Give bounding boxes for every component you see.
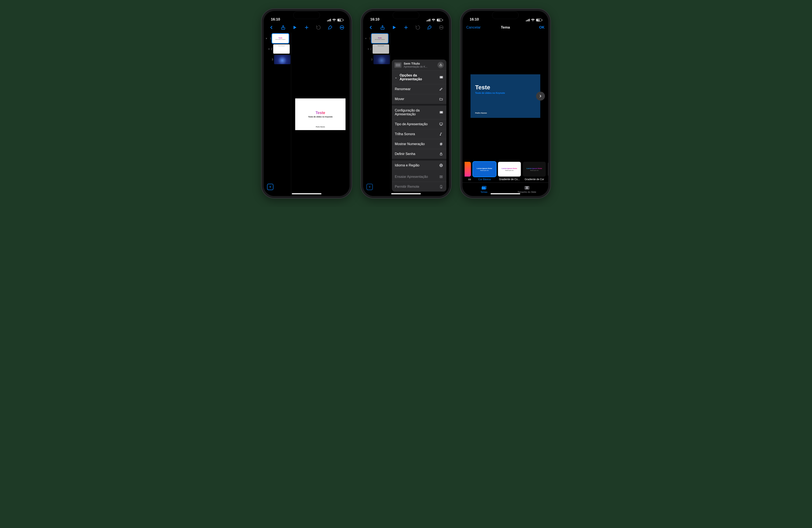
chevron-down-icon: ⌄ <box>395 76 397 79</box>
home-indicator[interactable] <box>292 193 321 194</box>
next-preview-button[interactable] <box>536 92 545 101</box>
ok-button[interactable]: OK <box>539 25 545 30</box>
dynamic-island <box>492 11 519 19</box>
menu-config[interactable]: Configuração da Apresentação <box>392 104 446 119</box>
svg-point-21 <box>440 27 441 28</box>
popover-header: Sem Título Apresentação do K... <box>392 60 446 70</box>
slide-thumbnail-3[interactable]: 3 <box>265 55 290 64</box>
svg-rect-36 <box>440 154 442 155</box>
play-button[interactable] <box>290 23 300 32</box>
theme-preview-area[interactable]: Teste Teste de slides no Keynote Pedro N… <box>462 32 548 160</box>
slide-content[interactable]: Teste Teste de slides no Keynote Pedro N… <box>295 99 346 130</box>
undo-button[interactable] <box>413 23 422 32</box>
slide-canvas[interactable]: Teste Teste de slides no Keynote Pedro N… <box>291 32 350 196</box>
presentation-options-header[interactable]: ⌄ Opções da Apresentação <box>392 70 446 84</box>
cancel-button[interactable]: Cancelar <box>466 25 481 30</box>
menu-rehearse[interactable]: Ensaiar Apresentação <box>392 170 446 182</box>
back-button[interactable] <box>267 23 276 32</box>
back-button[interactable] <box>366 23 375 32</box>
svg-rect-28 <box>440 112 442 113</box>
menu-soundtrack[interactable]: Trilha Sonora <box>392 129 446 139</box>
format-brush-button[interactable] <box>325 23 335 32</box>
modal-title: Tema <box>501 25 510 30</box>
svg-rect-44 <box>526 20 526 21</box>
theme-item-cor-basica[interactable]: Lorem Ipsum DolorNevel quis nim Cor Bási… <box>473 162 496 181</box>
theme-item-gradiente-cor-1[interactable]: Lorem Ipsum DolorNevel quis nim Gradient… <box>498 162 521 181</box>
status-time: 16:10 <box>271 17 280 21</box>
wifi-icon <box>432 19 435 21</box>
svg-point-23 <box>442 27 443 28</box>
slide-thumbnail-2[interactable]: ▾ 2 Teste do Keynote <box>265 44 290 54</box>
theme-carousel[interactable]: co Lorem Ipsum DolorNevel quis nim Cor B… <box>462 160 548 182</box>
menu-rename[interactable]: Renomear <box>392 84 446 94</box>
share-button[interactable] <box>278 23 288 32</box>
svg-point-43 <box>441 187 442 188</box>
globe-icon <box>439 164 444 167</box>
svg-rect-45 <box>527 20 527 21</box>
svg-rect-47 <box>529 19 530 21</box>
menu-password[interactable]: Definir Senha <box>392 149 446 159</box>
svg-rect-3 <box>330 19 331 21</box>
disclosure-icon[interactable]: ▾ <box>265 37 268 40</box>
slide-title[interactable]: Teste <box>316 111 325 115</box>
format-brush-button[interactable] <box>425 23 434 32</box>
disclosure-icon[interactable]: ▾ <box>268 47 270 50</box>
share-button[interactable] <box>378 23 387 32</box>
dynamic-island <box>293 11 320 19</box>
svg-marker-17 <box>393 26 396 29</box>
add-button[interactable] <box>302 23 311 32</box>
document-options-popover: Sem Título Apresentação do K... ⌄ Opções… <box>392 60 446 192</box>
play-rect-icon <box>439 175 444 179</box>
undo-button[interactable] <box>314 23 323 32</box>
theme-item-gradiente-cor-2[interactable]: Lorem Ipsum DolorNevel quis nim Gradient… <box>523 162 546 181</box>
menu-remote[interactable]: Permitir Remote <box>392 182 446 192</box>
preview-sub: Teste de slides no Keynote <box>475 92 536 94</box>
svg-line-34 <box>440 143 441 145</box>
svg-rect-2 <box>329 19 330 21</box>
document-kind: Apresentação do K... <box>404 65 435 68</box>
slide-author[interactable]: Pedro Nunes <box>316 126 325 127</box>
svg-marker-41 <box>441 176 442 177</box>
theme-preview-slide: Teste Teste de slides no Keynote Pedro N… <box>470 74 540 118</box>
status-time: 16:10 <box>470 17 479 21</box>
battery-icon: 68 <box>437 19 443 21</box>
slide-thumbnail-1[interactable]: ▾ 1 TesteTeste de slides no Keynote <box>265 34 290 43</box>
theme-item-partial[interactable] <box>548 162 548 177</box>
menu-move[interactable]: Mover <box>392 94 446 104</box>
menu-type[interactable]: Tipo de Apresentação <box>392 119 446 129</box>
preview-author: Pedro Nunes <box>475 112 487 114</box>
phone-remote-icon <box>439 185 444 188</box>
lock-icon <box>439 152 444 156</box>
svg-rect-26 <box>440 77 442 78</box>
dynamic-island <box>393 11 419 19</box>
preview-title: Teste <box>475 84 536 91</box>
share-document-button[interactable] <box>437 62 444 68</box>
modal-navbar: Cancelar Tema OK <box>462 22 548 32</box>
phone-theme-picker: 16:10 68 Cancelar Tema OK Teste Teste de… <box>460 9 551 198</box>
document-name: Sem Título <box>404 62 435 65</box>
music-note-icon <box>439 132 444 136</box>
svg-point-9 <box>340 27 341 28</box>
battery-icon: 68 <box>337 19 344 21</box>
projector-icon <box>439 122 444 126</box>
more-button[interactable] <box>437 23 446 32</box>
svg-rect-29 <box>440 123 443 125</box>
svg-rect-14 <box>429 19 429 21</box>
svg-point-10 <box>342 27 342 28</box>
theme-item-partial[interactable]: co <box>465 162 471 181</box>
home-indicator[interactable] <box>491 193 520 194</box>
cellular-icon <box>426 19 430 21</box>
editor-toolbar <box>363 22 449 32</box>
add-slide-button[interactable]: + <box>267 184 273 190</box>
svg-rect-12 <box>426 20 427 21</box>
menu-numbering[interactable]: Mostrar Numeração <box>392 139 446 149</box>
slide-subtitle[interactable]: Teste de slides no Keynote <box>308 116 332 118</box>
play-button[interactable] <box>390 23 399 32</box>
wifi-icon <box>531 19 535 21</box>
menu-language[interactable]: Idioma e Região <box>392 159 446 170</box>
add-button[interactable] <box>401 23 411 32</box>
wifi-icon <box>332 19 336 21</box>
home-indicator[interactable] <box>391 193 421 194</box>
more-button[interactable] <box>337 23 347 32</box>
svg-rect-1 <box>328 20 329 21</box>
